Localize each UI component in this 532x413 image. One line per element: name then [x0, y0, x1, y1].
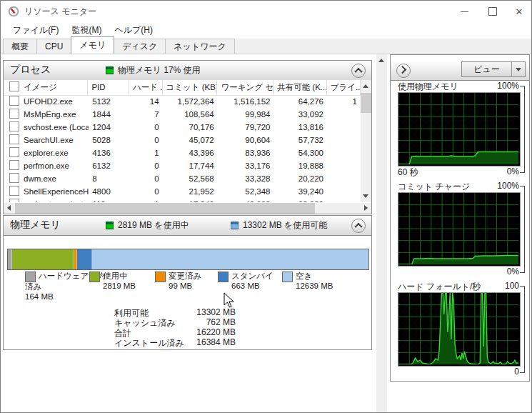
column-header[interactable]: ハード ... — [129, 80, 163, 95]
detail-value: 16220 MB — [164, 327, 236, 337]
memory-used-text: 2819 MB を使用中 — [118, 219, 189, 232]
close-button[interactable]: ✕ — [506, 1, 532, 22]
graph-title: 使用物理メモリ — [398, 81, 458, 93]
legend-swatch-modified — [155, 272, 166, 282]
row-checkbox[interactable] — [9, 134, 19, 144]
memory-panel-header: 物理メモリ 2819 MB を使用中 13302 MB を使用可能 — [4, 216, 371, 236]
graph-title: コミット チャージ — [398, 181, 470, 193]
process-value-cell: 99,984 — [218, 108, 274, 121]
detail-value: 762 MB — [164, 317, 236, 327]
titlebar[interactable]: リソース モニター ✕ — [1, 1, 532, 22]
graph-plot-area — [398, 192, 521, 267]
graph-min-label: 0% — [507, 166, 519, 176]
graph-max-label: 100% — [497, 181, 519, 191]
process-value-cell: 1 — [327, 95, 361, 108]
physical-memory-panel: 物理メモリ 2819 MB を使用中 13302 MB を使用可能 ハードウェア… — [3, 215, 372, 350]
process-value-cell — [327, 146, 361, 159]
view-button[interactable]: ビュー — [461, 61, 526, 77]
process-value-cell — [327, 134, 361, 146]
process-value-cell: 6132 — [89, 159, 129, 172]
process-value-cell: 19,888 — [274, 159, 328, 172]
process-collapse-button[interactable] — [351, 64, 366, 78]
row-checkbox[interactable] — [9, 199, 19, 202]
column-header[interactable]: プライ... — [327, 80, 361, 95]
process-value-cell: 0 — [130, 159, 163, 172]
scroll-right-icon[interactable] — [364, 205, 368, 211]
process-image-cell: explorer.exe — [4, 146, 89, 159]
app-icon — [8, 6, 19, 17]
tab-概要[interactable]: 概要 — [3, 39, 37, 54]
left-pane-scrollbar[interactable] — [376, 54, 387, 413]
process-row[interactable]: dwm.exe8052,56833,32820,220 — [4, 172, 361, 185]
maximize-button[interactable] — [479, 1, 506, 22]
maximize-icon — [488, 7, 497, 16]
column-header[interactable]: イメージ — [4, 80, 88, 95]
select-all-checkbox[interactable] — [9, 81, 19, 91]
process-value-cell — [327, 172, 361, 185]
chevron-up-icon — [354, 68, 362, 76]
graph-plot-area — [398, 292, 521, 367]
scroll-up-icon[interactable] — [363, 84, 368, 88]
memory-collapse-button[interactable] — [351, 219, 366, 233]
process-image-cell: svchost.exe (netsvcs) — [4, 198, 89, 202]
row-checkbox[interactable] — [9, 186, 19, 196]
graph-used-physical-memory: 使用物理メモリ100%60 秒0% — [398, 81, 524, 186]
tab-メモリ[interactable]: メモリ — [71, 36, 114, 54]
tab-CPU[interactable]: CPU — [36, 39, 71, 54]
memory-details: 利用可能13302 MBキャッシュ済み762 MB合計16220 MBインストー… — [4, 306, 371, 349]
process-value-cell: 33,092 — [274, 108, 328, 121]
expand-panel-button[interactable] — [396, 64, 411, 78]
process-value-cell: 5028 — [89, 134, 129, 146]
scroll-left-icon[interactable] — [7, 205, 11, 211]
graph-scale-bracket — [520, 186, 525, 273]
legend-label: 2819 MB — [103, 282, 136, 290]
window-title: リソース モニター — [24, 1, 96, 22]
process-name: MsMpEng.exe — [24, 110, 76, 119]
row-checkbox[interactable] — [9, 160, 19, 170]
scroll-down-icon[interactable] — [363, 194, 368, 198]
process-value-cell: 20,220 — [274, 172, 328, 185]
process-row[interactable]: MsMpEng.exe18447108,56499,98433,092 — [4, 108, 361, 121]
scroll-up-icon[interactable] — [378, 59, 384, 62]
process-row[interactable]: SearchUI.exe5028045,07290,60457,732 — [4, 134, 361, 146]
hscroll-thumb[interactable] — [15, 203, 315, 214]
legend-label: スタンバイ — [231, 271, 273, 282]
process-row[interactable]: UFOHD2.exe5132141,572,3641,516,15264,276… — [4, 95, 361, 108]
column-header[interactable]: PID — [88, 80, 129, 95]
memory-panel-title: 物理メモリ — [10, 219, 61, 232]
process-value-cell: 7 — [130, 108, 163, 121]
process-hscrollbar[interactable] — [4, 203, 371, 214]
process-image-cell: SearchUI.exe — [4, 134, 89, 146]
menu-item[interactable]: ファイル(F) — [6, 22, 65, 39]
row-checkbox[interactable] — [9, 109, 19, 119]
process-panel-header: プロセス 物理メモリ 17% 使用 — [4, 61, 371, 81]
process-value-cell — [327, 108, 361, 121]
process-value-cell: 1204 — [89, 121, 129, 134]
process-name: svchost.exe (LocalSys... — [24, 123, 89, 131]
row-checkbox[interactable] — [9, 96, 19, 106]
process-vscrollbar[interactable] — [361, 80, 371, 202]
process-image-cell: MsMpEng.exe — [4, 108, 89, 121]
process-value-cell: 0 — [130, 134, 163, 146]
process-row[interactable]: explorer.exe4136143,39683,93654,300 — [4, 146, 361, 159]
column-header[interactable]: ワーキング セッ... — [217, 80, 273, 95]
menu-item[interactable]: ヘルプ(H) — [108, 22, 159, 39]
tab-ディスク[interactable]: ディスク — [114, 39, 166, 54]
process-row[interactable]: ShellExperienceHost....4800021,95252,348… — [4, 185, 361, 198]
row-checkbox[interactable] — [9, 173, 19, 183]
process-row[interactable]: svchost.exe (netsvcs)112117,24040,68828,… — [4, 198, 361, 202]
process-name: perfmon.exe — [24, 161, 69, 170]
column-header[interactable]: コミット (KB) — [163, 80, 218, 95]
vscroll-thumb[interactable] — [361, 93, 371, 113]
tab-ネットワーク[interactable]: ネットワーク — [165, 39, 234, 54]
process-row[interactable]: svchost.exe (LocalSys...1204070,17679,72… — [4, 121, 361, 134]
column-header[interactable]: 共有可能 (K... — [273, 80, 326, 95]
legend-label: 99 MB — [169, 282, 192, 290]
row-checkbox[interactable] — [9, 121, 19, 131]
minimize-button[interactable] — [451, 1, 478, 22]
mouse-cursor — [224, 292, 235, 309]
row-checkbox[interactable] — [9, 147, 19, 157]
process-row[interactable]: perfmon.exe6132017,74433,17619,888 — [4, 159, 361, 172]
view-dropdown[interactable] — [512, 68, 525, 71]
process-value-cell: 52,348 — [218, 185, 274, 198]
